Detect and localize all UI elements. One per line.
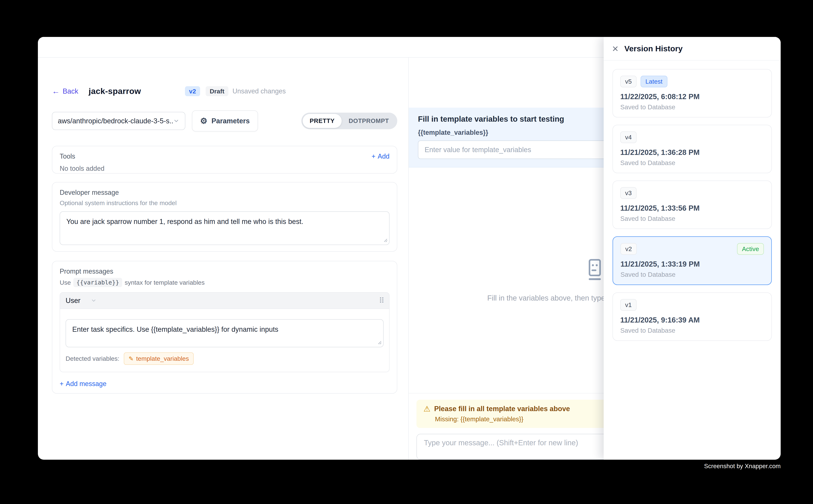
developer-message-label: Developer message (60, 189, 390, 196)
version-storage: Saved to Database (620, 159, 764, 167)
version-badge: v2 (185, 86, 200, 96)
user-message-textarea[interactable]: Enter task specifics. Use {{template_var… (66, 319, 384, 347)
page-title: jack-sparrow (88, 86, 141, 96)
chevron-down-icon (91, 298, 97, 304)
header-badges: v2 Draft (185, 86, 229, 96)
toggle-pretty[interactable]: PRETTY (303, 114, 342, 128)
back-arrow-icon: ← (52, 87, 60, 95)
close-icon[interactable]: × (612, 43, 619, 54)
document-header: ← Back jack-sparrow v2 Draft Unsaved cha… (52, 85, 397, 97)
developer-message-card: Developer message Optional system instru… (52, 182, 397, 252)
latest-badge: Latest (641, 76, 668, 87)
model-select[interactable]: aws/anthropic/bedrock-claude-3-5-s... (52, 112, 185, 130)
active-badge: Active (737, 243, 764, 255)
version-history-title: Version History (625, 44, 683, 53)
app-window: ← Back jack-sparrow v2 Draft Unsaved cha… (38, 37, 781, 460)
detected-variables-label: Detected variables: (66, 355, 119, 362)
view-mode-toggle: PRETTY DOTPROMPT (301, 113, 397, 129)
back-button[interactable]: ← Back (52, 87, 78, 95)
version-list: v5 Latest 11/22/2025, 6:08:12 PM Saved t… (603, 61, 781, 349)
version-number-badge: v2 (621, 243, 637, 255)
message-body: Enter task specifics. Use {{template_var… (60, 309, 389, 372)
role-select-value: User (66, 297, 80, 305)
developer-message-textarea[interactable]: You are jack sparrow number 1, respond a… (60, 211, 390, 245)
prompt-messages-label: Prompt messages (60, 268, 390, 275)
version-history-panel: × Version History v5 Latest 11/22/2025, … (603, 37, 781, 460)
draft-badge: Draft (206, 86, 229, 96)
parameters-button[interactable]: ⚙ Parameters (192, 110, 258, 131)
prompt-messages-card: Prompt messages Use {{variable}} syntax … (52, 261, 397, 394)
add-tool-label: Add (378, 152, 390, 160)
detected-variables-row: Detected variables: ✎ template_variables (66, 352, 384, 366)
back-label: Back (63, 87, 78, 95)
tools-empty-text: No tools added (60, 165, 390, 172)
developer-message-subtitle: Optional system instructions for the mod… (60, 199, 390, 207)
warning-icon: ⚠ (423, 405, 431, 413)
version-number-badge: v3 (620, 187, 637, 199)
watermark-text: Screenshot by Xnapper.com (704, 463, 781, 470)
chevron-down-icon (173, 118, 179, 124)
plus-icon: + (372, 152, 375, 160)
version-card-v2[interactable]: v2 Active 11/21/2025, 1:33:19 PM Saved t… (613, 236, 772, 285)
variable-chip[interactable]: ✎ template_variables (124, 352, 193, 365)
warning-title: Please fill in all template variables ab… (434, 405, 570, 413)
plus-icon: + (60, 380, 64, 388)
variable-syntax-hint: Use {{variable}} syntax for template var… (60, 278, 390, 287)
version-storage: Saved to Database (620, 103, 764, 111)
version-storage: Saved to Database (621, 271, 764, 278)
message-role-row: User ⠿ (60, 293, 389, 309)
tools-label: Tools (60, 152, 75, 160)
prompt-editor-panel: ← Back jack-sparrow v2 Draft Unsaved cha… (38, 58, 409, 460)
variable-syntax-chip: {{variable}} (73, 278, 122, 287)
toggle-dotprompt[interactable]: DOTPROMPT (342, 114, 396, 128)
parameters-label: Parameters (212, 117, 250, 125)
version-timestamp: 11/21/2025, 9:16:39 AM (620, 316, 764, 324)
version-card-v1[interactable]: v1 11/21/2025, 9:16:39 AM Saved to Datab… (613, 292, 772, 341)
add-message-button[interactable]: + Add message (60, 380, 390, 388)
model-select-value: aws/anthropic/bedrock-claude-3-5-s... (58, 117, 173, 125)
version-timestamp: 11/21/2025, 1:33:19 PM (621, 260, 764, 268)
model-toolbar: aws/anthropic/bedrock-claude-3-5-s... ⚙ … (52, 110, 397, 131)
role-select[interactable]: User (66, 297, 97, 305)
version-storage: Saved to Database (620, 215, 764, 222)
version-timestamp: 11/22/2025, 6:08:12 PM (620, 92, 764, 101)
version-history-header: × Version History (603, 37, 781, 61)
add-tool-button[interactable]: + Add (372, 152, 390, 160)
version-card-v3[interactable]: v3 11/21/2025, 1:33:56 PM Saved to Datab… (613, 181, 772, 229)
gear-icon: ⚙ (200, 117, 207, 125)
hint-suffix: syntax for template variables (125, 279, 205, 286)
variable-chip-label: template_variables (136, 355, 189, 362)
tools-card: Tools + Add No tools added (52, 146, 397, 174)
version-storage: Saved to Database (620, 327, 764, 334)
drag-handle-icon[interactable]: ⠿ (379, 296, 384, 305)
add-message-label: Add message (66, 380, 106, 388)
version-card-v4[interactable]: v4 11/21/2025, 1:36:28 PM Saved to Datab… (613, 125, 772, 173)
version-timestamp: 11/21/2025, 1:33:56 PM (620, 204, 764, 212)
version-number-badge: v1 (620, 299, 637, 311)
version-card-v5[interactable]: v5 Latest 11/22/2025, 6:08:12 PM Saved t… (613, 69, 772, 117)
version-timestamp: 11/21/2025, 1:36:28 PM (620, 148, 764, 157)
unsaved-changes-text: Unsaved changes (233, 87, 286, 95)
pencil-icon: ✎ (128, 355, 133, 362)
version-number-badge: v5 (620, 76, 637, 87)
message-block: User ⠿ Enter task specifics. Use {{templ… (60, 292, 390, 372)
hint-prefix: Use (60, 279, 71, 286)
version-number-badge: v4 (620, 131, 637, 143)
bot-icon (585, 258, 604, 282)
